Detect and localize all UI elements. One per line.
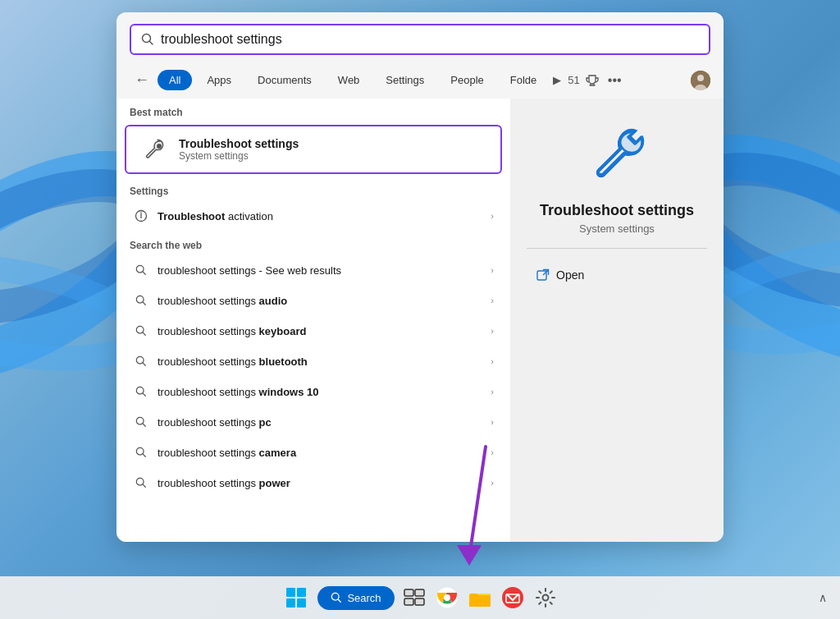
filter-tabs: ← All Apps Documents Web Settings People… (116, 63, 724, 99)
detail-divider (527, 248, 707, 249)
svg-rect-39 (415, 589, 424, 596)
svg-line-30 (143, 484, 145, 487)
best-match-subtitle: System settings (179, 150, 299, 162)
tab-folders[interactable]: Folde (499, 70, 549, 90)
list-item[interactable]: Troubleshoot activation › (120, 201, 507, 231)
chevron-right-icon: › (491, 478, 494, 488)
tab-settings[interactable]: Settings (374, 70, 436, 90)
chevron-right-icon: › (491, 356, 494, 366)
list-item[interactable]: troubleshoot settings camera › (120, 438, 507, 467)
search-input-box (130, 24, 710, 55)
list-item[interactable]: troubleshoot settings bluetooth › (120, 346, 507, 376)
avatar[interactable] (691, 71, 710, 90)
back-button[interactable]: ← (130, 68, 154, 92)
web-item-label-5: troubleshoot settings windows 10 (158, 386, 482, 398)
web-item-label-1: troubleshoot settings - See web results (158, 264, 482, 277)
desktop: ← All Apps Documents Web Settings People… (0, 0, 840, 619)
taskbar-search-button[interactable]: Search (317, 586, 394, 610)
search-web-icon-8 (133, 475, 149, 491)
list-item[interactable]: troubleshoot settings audio › (120, 286, 507, 315)
settings-gear-icon[interactable] (532, 585, 559, 611)
file-explorer-icon[interactable] (467, 585, 493, 611)
svg-rect-31 (537, 271, 546, 280)
svg-rect-34 (286, 598, 295, 608)
open-button[interactable]: Open (527, 262, 707, 288)
list-item[interactable]: troubleshoot settings pc › (120, 407, 507, 437)
task-view-button[interactable] (401, 585, 427, 611)
svg-rect-33 (297, 588, 306, 597)
circle-icon (133, 208, 149, 224)
chevron-right-icon: › (491, 265, 494, 275)
start-button[interactable] (281, 583, 311, 612)
web-item-label-7: troubleshoot settings camera (158, 447, 482, 459)
results-panel: Best match Troubleshoot settings System … (116, 99, 510, 542)
best-match-label: Best match (116, 99, 510, 122)
svg-point-29 (136, 478, 144, 485)
settings-section-label: Settings (116, 177, 510, 200)
svg-point-27 (136, 447, 144, 455)
search-panel: ← All Apps Documents Web Settings People… (116, 12, 724, 542)
svg-point-9 (697, 75, 704, 81)
chevron-right-icon: › (491, 447, 494, 457)
web-item-label-2: troubleshoot settings audio (158, 295, 482, 307)
search-web-icon-6 (133, 414, 149, 430)
svg-rect-38 (404, 589, 413, 596)
search-icon-taskbar (331, 592, 342, 603)
taskbar-search-label: Search (347, 592, 381, 604)
svg-point-21 (136, 356, 144, 364)
web-item-label-8: troubleshoot settings power (158, 477, 482, 489)
svg-point-25 (136, 417, 144, 424)
chrome-icon[interactable] (434, 585, 460, 611)
svg-point-11 (157, 144, 162, 149)
troubleshoot-icon-wrap (139, 135, 169, 164)
svg-line-16 (143, 272, 145, 274)
more-options-button[interactable]: ••• (603, 70, 627, 91)
svg-point-19 (136, 326, 144, 333)
web-item-label-4: troubleshoot settings bluetooth (158, 355, 482, 368)
search-icon (141, 33, 154, 46)
search-input-wrapper (116, 12, 724, 63)
tab-people[interactable]: People (439, 70, 495, 90)
svg-rect-32 (286, 588, 295, 597)
search-web-icon-2 (133, 292, 149, 309)
chevron-up-icon[interactable]: ∧ (819, 591, 827, 604)
list-item[interactable]: troubleshoot settings - See web results … (120, 255, 507, 285)
open-label: Open (556, 268, 584, 282)
list-item[interactable]: troubleshoot settings windows 10 › (120, 377, 507, 406)
list-item[interactable]: troubleshoot settings power › (120, 468, 507, 497)
tab-web[interactable]: Web (326, 70, 372, 90)
main-content: Best match Troubleshoot settings System … (116, 99, 724, 542)
settings-item-label: Troubleshoot activation (158, 210, 482, 222)
detail-subtitle: System settings (579, 222, 655, 235)
svg-point-17 (136, 296, 144, 303)
search-web-icon-7 (133, 444, 149, 461)
search-web-icon-1 (133, 262, 149, 278)
best-match-item[interactable]: Troubleshoot settings System settings (125, 125, 502, 174)
external-link-icon (536, 268, 550, 282)
tab-apps[interactable]: Apps (195, 70, 243, 90)
chevron-right-icon: › (491, 387, 494, 397)
wrench-icon-small (143, 138, 166, 161)
svg-line-22 (143, 363, 145, 365)
svg-point-44 (444, 594, 450, 601)
tab-all[interactable]: All (158, 70, 192, 90)
search-web-icon-3 (133, 323, 149, 339)
svg-line-28 (143, 454, 145, 456)
web-item-label-3: troubleshoot settings keyboard (158, 325, 482, 337)
svg-rect-41 (415, 598, 424, 605)
web-section-label: Search the web (116, 232, 510, 254)
svg-line-26 (143, 424, 145, 426)
svg-line-18 (143, 302, 145, 305)
svg-point-23 (136, 387, 144, 394)
tab-documents[interactable]: Documents (246, 70, 323, 90)
search-input[interactable] (161, 32, 699, 47)
search-web-icon-5 (133, 383, 149, 400)
search-web-icon-4 (133, 353, 149, 369)
chevron-right-icon: › (491, 326, 494, 336)
svg-rect-40 (404, 598, 413, 605)
list-item[interactable]: troubleshoot settings keyboard › (120, 316, 507, 346)
svg-line-20 (143, 332, 145, 335)
mail-icon[interactable] (500, 585, 526, 611)
chevron-right-icon: › (491, 211, 494, 221)
svg-point-15 (136, 265, 144, 273)
